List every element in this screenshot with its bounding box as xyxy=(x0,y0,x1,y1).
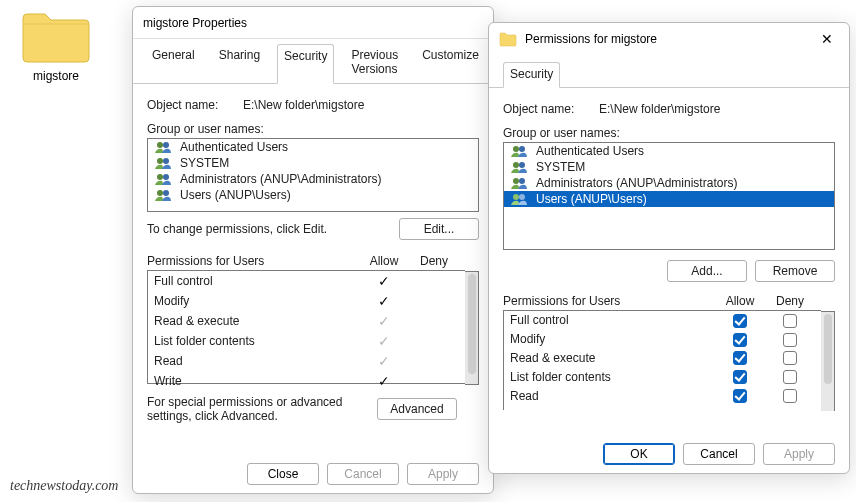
folder-icon xyxy=(21,8,91,63)
tab-strip: Security xyxy=(489,55,849,88)
allow-checkbox[interactable] xyxy=(733,389,747,403)
watermark: technewstoday.com xyxy=(10,478,118,494)
allow-checkbox[interactable] xyxy=(733,370,747,384)
change-hint: To change permissions, click Edit. xyxy=(147,222,399,236)
check-icon: ✓ xyxy=(378,333,390,349)
check-icon: ✓ xyxy=(378,273,390,289)
folder-icon xyxy=(499,30,517,48)
svg-point-1 xyxy=(163,142,169,148)
perm-header: Permissions for Users xyxy=(503,294,715,308)
tab-general[interactable]: General xyxy=(145,43,202,83)
perm-header: Permissions for Users xyxy=(147,254,359,268)
tab-customize[interactable]: Customize xyxy=(415,43,486,83)
tab-security[interactable]: Security xyxy=(277,44,334,84)
close-button[interactable]: Close xyxy=(247,463,319,485)
check-icon: ✓ xyxy=(378,373,390,389)
deny-checkbox[interactable] xyxy=(783,333,797,347)
svg-point-7 xyxy=(163,190,169,196)
svg-point-8 xyxy=(513,146,519,152)
object-name-label: Object name: xyxy=(503,102,583,116)
ok-button[interactable]: OK xyxy=(603,443,675,465)
scrollbar[interactable] xyxy=(821,311,835,411)
col-deny: Deny xyxy=(409,254,459,268)
col-allow: Allow xyxy=(359,254,409,268)
properties-window: migstore Properties General Sharing Secu… xyxy=(132,6,494,494)
titlebar[interactable]: Permissions for migstore ✕ xyxy=(489,23,849,55)
users-icon xyxy=(510,160,530,174)
svg-point-4 xyxy=(157,174,163,180)
list-item: Authenticated Users xyxy=(148,139,478,155)
edit-button[interactable]: Edit... xyxy=(399,218,479,240)
list-item: Administrators (ANUP\Administrators) xyxy=(148,171,478,187)
group-label: Group or user names: xyxy=(503,126,835,140)
body: Object name: E:\New folder\migstore Grou… xyxy=(489,88,849,411)
desktop-folder[interactable]: migstore xyxy=(6,8,106,83)
users-icon xyxy=(154,188,174,202)
scrollbar[interactable] xyxy=(465,271,479,385)
users-icon xyxy=(154,172,174,186)
desktop-folder-label: migstore xyxy=(6,69,106,83)
permissions-table: Full control Modify Read & execute List … xyxy=(503,310,821,410)
apply-button[interactable]: Apply xyxy=(407,463,479,485)
list-item: SYSTEM xyxy=(148,155,478,171)
list-item: Users (ANUP\Users) xyxy=(148,187,478,203)
svg-point-14 xyxy=(513,194,519,200)
group-listbox[interactable]: Authenticated Users SYSTEM Administrator… xyxy=(147,138,479,212)
object-name-label: Object name: xyxy=(147,98,227,112)
allow-checkbox[interactable] xyxy=(733,314,747,328)
svg-point-11 xyxy=(519,162,525,168)
col-deny: Deny xyxy=(765,294,815,308)
svg-point-0 xyxy=(157,142,163,148)
apply-button[interactable]: Apply xyxy=(763,443,835,465)
col-allow: Allow xyxy=(715,294,765,308)
users-icon xyxy=(510,144,530,158)
users-icon xyxy=(154,140,174,154)
check-icon: ✓ xyxy=(378,293,390,309)
allow-checkbox[interactable] xyxy=(733,333,747,347)
tab-security[interactable]: Security xyxy=(503,62,560,88)
permissions-window: Permissions for migstore ✕ Security Obje… xyxy=(488,22,850,474)
group-listbox[interactable]: Authenticated Users SYSTEM Administrator… xyxy=(503,142,835,250)
svg-point-13 xyxy=(519,178,525,184)
svg-point-5 xyxy=(163,174,169,180)
remove-button[interactable]: Remove xyxy=(755,260,835,282)
allow-checkbox[interactable] xyxy=(733,351,747,365)
window-title: migstore Properties xyxy=(143,16,247,30)
users-icon xyxy=(154,156,174,170)
users-icon xyxy=(510,176,530,190)
tab-previous-versions[interactable]: Previous Versions xyxy=(344,43,405,83)
advanced-button[interactable]: Advanced xyxy=(377,398,457,420)
deny-checkbox[interactable] xyxy=(783,389,797,403)
cancel-button[interactable]: Cancel xyxy=(327,463,399,485)
group-label: Group or user names: xyxy=(147,122,479,136)
users-icon xyxy=(510,192,530,206)
footer: OK Cancel Apply xyxy=(489,443,849,465)
svg-point-2 xyxy=(157,158,163,164)
window-title: Permissions for migstore xyxy=(525,32,657,46)
svg-point-10 xyxy=(513,162,519,168)
permissions-table: Full control✓ Modify✓ Read & execute✓ Li… xyxy=(147,270,465,384)
object-name-value: E:\New folder\migstore xyxy=(243,98,364,112)
special-hint: For special permissions or advanced sett… xyxy=(147,395,377,423)
list-item: Users (ANUP\Users) xyxy=(504,191,834,207)
list-item: Authenticated Users xyxy=(504,143,834,159)
check-icon: ✓ xyxy=(378,353,390,369)
add-button[interactable]: Add... xyxy=(667,260,747,282)
body: Object name: E:\New folder\migstore Grou… xyxy=(133,84,493,423)
deny-checkbox[interactable] xyxy=(783,370,797,384)
check-icon: ✓ xyxy=(378,313,390,329)
list-item: SYSTEM xyxy=(504,159,834,175)
deny-checkbox[interactable] xyxy=(783,351,797,365)
tab-strip: General Sharing Security Previous Versio… xyxy=(133,39,493,84)
svg-point-15 xyxy=(519,194,525,200)
list-item: Administrators (ANUP\Administrators) xyxy=(504,175,834,191)
object-name-value: E:\New folder\migstore xyxy=(599,102,720,116)
svg-point-9 xyxy=(519,146,525,152)
titlebar[interactable]: migstore Properties xyxy=(133,7,493,39)
cancel-button[interactable]: Cancel xyxy=(683,443,755,465)
tab-sharing[interactable]: Sharing xyxy=(212,43,267,83)
svg-point-12 xyxy=(513,178,519,184)
svg-point-3 xyxy=(163,158,169,164)
deny-checkbox[interactable] xyxy=(783,314,797,328)
close-icon[interactable]: ✕ xyxy=(815,31,839,47)
